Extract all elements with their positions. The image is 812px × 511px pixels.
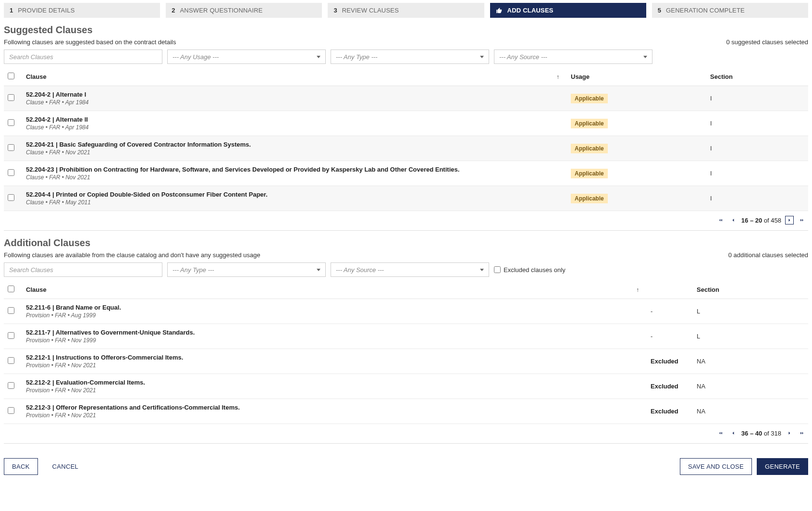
select-placeholder: --- Any Type --- [172, 266, 214, 274]
page-first-button[interactable] [716, 429, 725, 437]
select-placeholder: --- Any Type --- [336, 53, 378, 61]
clause-meta: Provision • FAR • Nov 2021 [26, 387, 643, 394]
clause-meta: Provision • FAR • Nov 2021 [26, 362, 643, 369]
sort-asc-icon[interactable]: ↑ [636, 287, 639, 293]
step-review-clauses[interactable]: 3 REVIEW CLAUSES [328, 3, 484, 18]
excluded-only-toggle[interactable]: Excluded clauses only [494, 266, 566, 274]
row-checkbox[interactable] [8, 307, 14, 314]
section-value: I [706, 161, 808, 186]
clause-title: 52.212-2 | Evaluation-Commercial Items. [26, 379, 643, 386]
step-label: GENERATION COMPLETE [666, 7, 745, 14]
thumbs-up-icon [496, 7, 503, 14]
suggested-source-select[interactable]: --- Any Source --- [494, 50, 652, 64]
row-checkbox[interactable] [8, 407, 14, 414]
table-row: 52.204-2 | Alternate IClause • FAR • Apr… [4, 86, 808, 111]
clause-meta: Clause • FAR • Nov 2021 [26, 174, 563, 181]
usage-badge: Applicable [571, 94, 608, 103]
cancel-button[interactable]: CANCEL [45, 459, 86, 474]
col-section-header[interactable]: Section [706, 68, 808, 86]
clause-meta: Clause • FAR • Nov 2021 [26, 149, 563, 156]
clause-meta: Clause • FAR • Apr 1984 [26, 124, 563, 131]
suggested-desc: Following clauses are suggested based on… [4, 38, 176, 46]
suggested-usage-select[interactable]: --- Any Usage --- [167, 50, 326, 64]
excluded-only-checkbox[interactable] [494, 266, 501, 273]
generate-button[interactable]: GENERATE [757, 458, 808, 475]
step-label: ANSWER QUESTIONNAIRE [180, 7, 262, 14]
page-prev-button[interactable] [729, 216, 738, 224]
row-checkbox[interactable] [8, 144, 14, 151]
section-value: L [693, 324, 808, 349]
suggested-type-select[interactable]: --- Any Type --- [331, 50, 489, 64]
row-checkbox[interactable] [8, 94, 14, 101]
suggested-search-input[interactable] [4, 50, 162, 64]
step-label: PROVIDE DETAILS [18, 7, 74, 14]
page-last-button[interactable] [798, 216, 806, 224]
additional-page-range: 36 – 40 of 318 [741, 430, 781, 437]
suggested-pagination: 16 – 20 of 458 [4, 211, 808, 231]
step-provide-details[interactable]: 1 PROVIDE DETAILS [4, 3, 160, 18]
select-placeholder: --- Any Source --- [499, 53, 547, 61]
table-row: 52.204-23 | Prohibition on Contracting f… [4, 161, 808, 186]
col-usage-header[interactable]: Usage [567, 68, 706, 86]
usage-value: Excluded [651, 358, 678, 365]
page-next-button[interactable] [785, 429, 794, 437]
additional-source-select[interactable]: --- Any Source --- [331, 262, 489, 277]
select-placeholder: --- Any Source --- [336, 266, 384, 274]
page-prev-button[interactable] [729, 429, 738, 437]
clause-title: 52.204-4 | Printed or Copied Double-Side… [26, 191, 563, 198]
additional-type-select[interactable]: --- Any Type --- [167, 262, 326, 277]
clause-title: 52.211-7 | Alternatives to Government-Un… [26, 329, 643, 336]
row-checkbox[interactable] [8, 332, 14, 339]
clause-title: 52.204-21 | Basic Safeguarding of Covere… [26, 141, 563, 148]
col-section-header[interactable]: Section [693, 281, 808, 299]
row-checkbox[interactable] [8, 169, 14, 176]
table-row: 52.212-3 | Offeror Representations and C… [4, 399, 808, 424]
table-row: 52.212-2 | Evaluation-Commercial Items.P… [4, 374, 808, 399]
step-answer-questionnaire[interactable]: 2 ANSWER QUESTIONNAIRE [166, 3, 322, 18]
suggested-select-all-checkbox[interactable] [8, 73, 14, 79]
step-add-clauses[interactable]: ADD CLAUSES [490, 3, 646, 18]
row-checkbox[interactable] [8, 382, 14, 389]
step-generation-complete[interactable]: 5 GENERATION COMPLETE [652, 3, 808, 18]
additional-desc: Following clauses are available from the… [4, 251, 260, 259]
save-and-close-button[interactable]: SAVE AND CLOSE [680, 458, 752, 475]
suggested-table: Clause ↑ Usage Section 52.204-2 | Altern… [4, 68, 808, 211]
caret-down-icon [480, 56, 484, 58]
suggested-filter-row: --- Any Usage --- --- Any Type --- --- A… [4, 50, 808, 64]
additional-search-input[interactable] [4, 262, 162, 277]
col-clause-header[interactable]: Clause [22, 281, 632, 299]
row-checkbox[interactable] [8, 357, 14, 364]
col-clause-header[interactable]: Clause [22, 68, 553, 86]
caret-down-icon [480, 269, 484, 271]
section-value: I [706, 86, 808, 111]
additional-pagination: 36 – 40 of 318 [4, 424, 808, 444]
section-value: L [693, 299, 808, 324]
additional-select-all-checkbox[interactable] [8, 286, 14, 292]
page-first-button[interactable] [716, 216, 725, 224]
additional-filter-row: --- Any Type --- --- Any Source --- Excl… [4, 262, 808, 277]
usage-value: Excluded [651, 383, 678, 390]
usage-value: Excluded [651, 408, 678, 415]
caret-down-icon [317, 269, 320, 271]
page-next-button[interactable] [785, 216, 794, 224]
clause-title: 52.204-2 | Alternate I [26, 91, 563, 98]
row-checkbox[interactable] [8, 119, 14, 126]
step-number: 1 [10, 7, 13, 14]
step-label: ADD CLAUSES [507, 7, 554, 14]
clause-meta: Provision • FAR • Nov 1999 [26, 337, 643, 344]
step-number: 3 [333, 7, 337, 14]
clause-meta: Clause • FAR • May 2011 [26, 199, 563, 206]
step-number: 5 [658, 7, 661, 14]
sort-asc-icon[interactable]: ↑ [556, 74, 559, 80]
clause-title: 52.211-6 | Brand Name or Equal. [26, 304, 643, 311]
clause-meta: Provision • FAR • Aug 1999 [26, 312, 643, 319]
clause-meta: Clause • FAR • Apr 1984 [26, 99, 563, 106]
clause-title: 52.204-2 | Alternate II [26, 116, 563, 123]
page-last-button[interactable] [798, 429, 806, 437]
suggested-title: Suggested Clauses [4, 25, 808, 36]
row-checkbox[interactable] [8, 194, 14, 201]
select-placeholder: --- Any Usage --- [172, 53, 219, 61]
back-button[interactable]: BACK [4, 458, 38, 475]
wizard-steps: 1 PROVIDE DETAILS 2 ANSWER QUESTIONNAIRE… [4, 3, 808, 18]
clause-title: 52.212-1 | Instructions to Offerors-Comm… [26, 354, 643, 361]
